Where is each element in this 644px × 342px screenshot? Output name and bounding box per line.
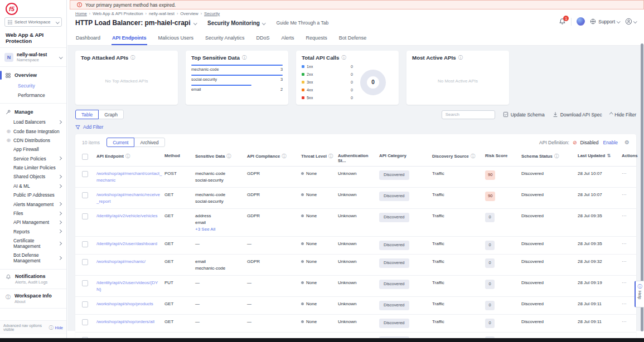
tab-malicious-users[interactable]: Malicious Users bbox=[158, 33, 195, 45]
breadcrumb-item-overview[interactable]: Overview bbox=[180, 11, 198, 16]
row-checkbox[interactable] bbox=[82, 259, 88, 265]
sidebar-item-reports[interactable]: Reports bbox=[0, 227, 66, 236]
row-checkbox[interactable] bbox=[82, 280, 88, 286]
row-checkbox[interactable] bbox=[82, 301, 88, 307]
sidebar-item-load-balancers[interactable]: Load Balancers bbox=[0, 118, 66, 126]
sidebar-item-service-policies[interactable]: Service Policies bbox=[0, 154, 66, 163]
legend-label: 5xx bbox=[307, 95, 313, 100]
breadcrumb-item-web-app-api-protection[interactable]: Web App & API Protection bbox=[93, 11, 143, 16]
row-checkbox[interactable] bbox=[82, 171, 88, 177]
info-icon[interactable]: ⓘ bbox=[458, 55, 463, 61]
sort-icon[interactable]: ⇅ bbox=[607, 153, 611, 158]
add-filter-button[interactable]: Add Filter bbox=[75, 124, 636, 130]
notifications-bell-button[interactable]: 1 bbox=[559, 18, 566, 25]
info-icon[interactable]: ⓘ bbox=[342, 55, 346, 61]
help-tab[interactable]: ⓘ Help bbox=[635, 281, 644, 307]
gear-icon[interactable]: ⚙ bbox=[624, 139, 630, 145]
tab-alerts[interactable]: Alerts bbox=[281, 33, 295, 45]
sidebar-item-code-base-integration[interactable]: ◎Code Base Integration bbox=[0, 126, 66, 135]
tab-api-endpoints[interactable]: API Endpoints bbox=[112, 33, 147, 45]
threat-level-value: None bbox=[306, 259, 317, 264]
sidebar-item-shared-objects[interactable]: Shared Objects bbox=[0, 172, 66, 181]
breadcrumb-item-security[interactable]: Security bbox=[204, 11, 220, 16]
account-menu[interactable] bbox=[625, 18, 637, 25]
sidebar-item-alerts-management[interactable]: Alerts Management bbox=[0, 199, 66, 208]
info-icon[interactable]: ⓘ bbox=[130, 55, 135, 61]
info-icon[interactable]: ⓘ bbox=[554, 153, 559, 159]
api-definition-enable-link[interactable]: Enable bbox=[603, 140, 618, 145]
view-toggle-table[interactable]: Table bbox=[75, 110, 99, 119]
download-api-spec-button[interactable]: Download API Spec bbox=[553, 111, 602, 118]
sidebar-item-ai-ml[interactable]: AI & ML bbox=[0, 182, 66, 190]
endpoint-link[interactable]: /identity/api/v2/vehicle/vehicles bbox=[96, 213, 162, 219]
sidebar-item-notifications[interactable]: NotificationsAlerts, Audit Logs bbox=[0, 270, 66, 289]
sidebar-item-app-firewall[interactable]: App Firewall bbox=[0, 145, 66, 154]
row-actions-button[interactable]: ⋯ bbox=[622, 301, 627, 306]
endpoint-link[interactable]: /workshop/api/mechanic/receive_report bbox=[96, 192, 162, 204]
hide-filter-button[interactable]: Hide Filter bbox=[610, 112, 636, 118]
workspace-selector[interactable]: Select Workspace bbox=[4, 17, 62, 27]
view-toggle-graph[interactable]: Graph bbox=[98, 110, 124, 119]
endpoint-link[interactable]: /identity/api/v2/user/videos/{DYN} bbox=[96, 280, 162, 292]
category-badge: Discovered bbox=[379, 213, 409, 222]
sidebar-item-security[interactable]: Security bbox=[0, 81, 66, 90]
sidebar-item-overview[interactable]: Overview bbox=[0, 70, 66, 81]
guide-me-link[interactable]: Guide Me Through a Tab bbox=[276, 20, 328, 26]
see-all-link[interactable]: +3 See All bbox=[195, 226, 245, 233]
row-checkbox[interactable] bbox=[82, 213, 88, 219]
row-checkbox[interactable] bbox=[82, 241, 88, 247]
state-toggle-current[interactable]: Current bbox=[106, 138, 134, 147]
info-icon[interactable]: ⓘ bbox=[282, 153, 286, 159]
breadcrumb-item-home[interactable]: Home bbox=[75, 11, 87, 16]
sidebar-item-rate-limiter-policies[interactable]: Rate Limiter Policies bbox=[0, 163, 66, 172]
endpoint-link[interactable]: /workshop/api/shop/products bbox=[96, 301, 162, 307]
advanced-nav-hide-link[interactable]: Hide bbox=[55, 326, 63, 330]
row-actions-button[interactable]: ⋯ bbox=[622, 213, 627, 218]
info-icon[interactable]: ⓘ bbox=[328, 153, 333, 159]
monitoring-dropdown[interactable]: Security Monitoring bbox=[207, 20, 265, 26]
load-balancer-title-dropdown[interactable]: HTTP Load Balancer: pm-haiel-crapi bbox=[75, 19, 196, 27]
sidebar-item-cdn-distributions[interactable]: ◎CDN Distributions bbox=[0, 136, 66, 145]
info-icon[interactable]: ⓘ bbox=[242, 55, 246, 61]
row-actions-button[interactable]: ⋯ bbox=[622, 280, 627, 285]
tab-security-analytics[interactable]: Security Analytics bbox=[205, 33, 245, 45]
tab-dashboard[interactable]: Dashboard bbox=[75, 33, 101, 45]
info-icon[interactable]: ⓘ bbox=[226, 153, 231, 159]
sidebar-item-manage[interactable]: Manage bbox=[0, 106, 66, 118]
select-all-checkbox[interactable] bbox=[82, 154, 88, 160]
row-actions-button[interactable]: ⋯ bbox=[622, 192, 627, 197]
endpoint-link[interactable]: /workshop/api/merchant/contact_mechanic bbox=[96, 170, 162, 183]
tab-requests[interactable]: Requests bbox=[306, 33, 328, 45]
row-actions-button[interactable]: ⋯ bbox=[622, 259, 627, 264]
column-header-api-endpoint: API Endpointⓘ bbox=[96, 150, 164, 162]
tab-bot-defense[interactable]: Bot Defense bbox=[338, 33, 367, 45]
update-schema-button[interactable]: Update Schema bbox=[503, 111, 545, 118]
breadcrumb-item-nelly-waf-test[interactable]: nelly-waf-test bbox=[149, 11, 175, 16]
endpoint-link[interactable]: /workshop/api/mechanic/ bbox=[96, 258, 162, 265]
search-input[interactable] bbox=[442, 110, 495, 119]
row-checkbox[interactable] bbox=[82, 192, 88, 198]
sensitive-data-line: — bbox=[195, 241, 245, 247]
sidebar-item-api-management[interactable]: API Management bbox=[0, 218, 66, 227]
f5-logo[interactable]: f5 bbox=[6, 3, 18, 15]
endpoint-link[interactable]: /workshop/api/shop/orders/all bbox=[96, 319, 162, 325]
sidebar-item-files[interactable]: Files bbox=[0, 209, 66, 218]
sidebar-item-performance[interactable]: Performance bbox=[0, 90, 66, 100]
endpoint-link[interactable]: /identity/api/v2/user/dashboard bbox=[96, 241, 162, 247]
info-icon[interactable]: ⓘ bbox=[471, 153, 475, 159]
sidebar-item-workspace-info[interactable]: ⓘWorkspace InfoAbout bbox=[0, 289, 66, 309]
sidebar-item-bot-defense-management[interactable]: Bot Defense Management bbox=[0, 251, 66, 265]
row-checkbox[interactable] bbox=[82, 319, 88, 325]
state-toggle-archived[interactable]: Archived bbox=[134, 138, 164, 147]
tab-ddos[interactable]: DDoS bbox=[256, 33, 270, 45]
sidebar-item-certificate-management[interactable]: Certificate Management bbox=[0, 236, 66, 251]
support-menu[interactable]: Support bbox=[590, 18, 619, 25]
discovery-source-cell: Traffic bbox=[432, 209, 485, 223]
info-icon[interactable]: ⓘ bbox=[125, 153, 130, 159]
tenant-avatar[interactable] bbox=[577, 17, 585, 26]
row-actions-button[interactable]: ⋯ bbox=[622, 241, 627, 246]
sidebar-item-public-ip-addresses[interactable]: Public IP Addresses bbox=[0, 190, 66, 199]
row-actions-button[interactable]: ⋯ bbox=[622, 171, 627, 176]
namespace-selector[interactable]: N nelly-waf-test Namespace bbox=[0, 48, 66, 67]
row-actions-button[interactable]: ⋯ bbox=[622, 319, 627, 324]
